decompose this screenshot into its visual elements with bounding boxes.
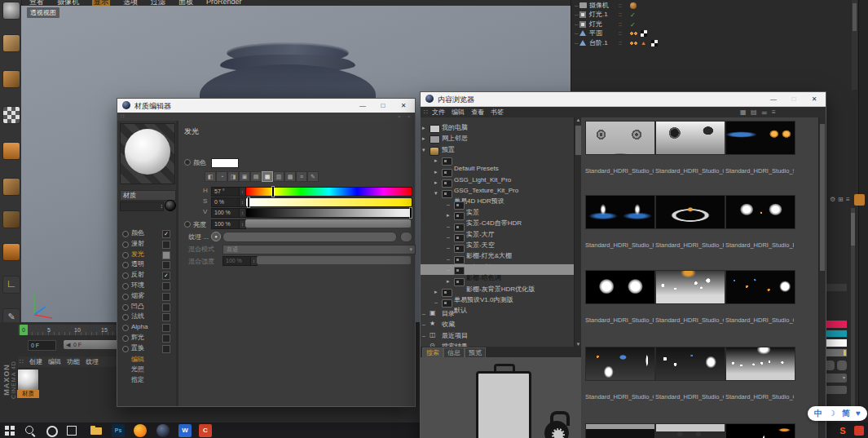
edges-mode-icon[interactable] (2, 210, 20, 228)
swatch-cyan[interactable] (825, 330, 847, 337)
channel-row[interactable]: 烟雾 (117, 291, 176, 301)
chevron-right-icon[interactable]: ▸ (447, 210, 450, 220)
dash-icon[interactable]: – (447, 232, 450, 242)
mode-row[interactable]: 光照 (117, 365, 176, 374)
phong-tag-icon[interactable] (630, 31, 638, 36)
hdri-thumbnail[interactable] (655, 347, 725, 381)
browser-menu-item[interactable]: 文件 (432, 107, 445, 117)
pin-icon[interactable]: ▫ (399, 113, 400, 121)
object-row[interactable]: –平面:: (571, 29, 857, 38)
texture-expand-button[interactable]: ● (211, 232, 221, 241)
channel-checkbox[interactable]: ✓ (162, 272, 170, 280)
channel-radio[interactable] (122, 283, 129, 290)
dash-icon[interactable]: – (447, 264, 450, 275)
channel-radio[interactable] (122, 335, 129, 342)
grip-icon[interactable]: ∷ (20, 356, 24, 367)
hdri-thumbnail[interactable] (655, 121, 725, 155)
axis-mode-icon[interactable]: ∟ (2, 276, 20, 294)
hdri-thumbnail[interactable] (585, 270, 655, 304)
channel-radio[interactable] (122, 241, 129, 248)
channel-row[interactable]: 法线 (117, 312, 176, 321)
object-row[interactable]: –摄像机:: (571, 1, 857, 10)
channel-row[interactable]: 颜色✓ (117, 228, 176, 238)
tree-item[interactable]: ▸网上邻居 (421, 133, 581, 144)
channel-radio[interactable] (122, 346, 129, 352)
channel-row[interactable]: 环境 (117, 281, 176, 290)
channel-checkbox[interactable] (162, 303, 170, 312)
enabled-check-icon[interactable]: ✓ (630, 20, 636, 29)
thumbnail-scrollbar[interactable] (818, 117, 826, 438)
chevron-right-icon[interactable]: ▸ (447, 276, 450, 286)
channel-checkbox[interactable] (162, 282, 170, 290)
tree-item[interactable]: –▣目录 (421, 308, 581, 319)
brightness-value-field[interactable]: 100 % (211, 219, 241, 229)
channel-radio[interactable] (122, 252, 129, 259)
channel-row[interactable]: 漫射 (117, 239, 176, 249)
grip-icon[interactable]: ∷ (424, 107, 428, 117)
object-row[interactable]: –灯光::✓ (571, 20, 857, 29)
close-button[interactable]: ✕ (808, 94, 821, 104)
viewport-menu-item[interactable]: 过滤 (151, 0, 165, 6)
swatch-white[interactable] (825, 339, 847, 347)
tree-item[interactable]: ▸我的电脑 (421, 122, 581, 133)
tree-item[interactable]: ▸GSG_Light_Kit_Pro (421, 166, 581, 177)
color-mode-icon-4[interactable]: ▤ (250, 171, 262, 182)
file-explorer-taskbar-icon[interactable] (90, 424, 103, 437)
tray-badge-icon[interactable] (854, 426, 864, 436)
viewport-label[interactable]: 透视视图 (27, 7, 59, 18)
chevron-right-icon[interactable]: ▸ (434, 166, 438, 177)
channel-radio[interactable] (122, 231, 129, 237)
hdri-thumbnail[interactable] (725, 121, 795, 155)
preview-size-stepper[interactable]: ↕ (120, 201, 164, 211)
grid-view-icon[interactable]: ▦ (740, 107, 747, 117)
color-mode-icon-3[interactable]: ▣ (239, 171, 250, 182)
content-browser-titlebar[interactable]: 内容浏览器 — □ ✕ (421, 92, 826, 107)
channel-checkbox[interactable] (162, 241, 170, 249)
hdri-thumbnail[interactable] (655, 423, 725, 438)
firefox-taskbar-icon[interactable] (134, 424, 147, 437)
slider-left-arrow-icon[interactable]: ◀ (66, 340, 70, 349)
tree-item[interactable]: –◫最近项目 (421, 330, 581, 341)
color-mode-icon-1[interactable]: ◔ (216, 171, 227, 182)
tree-item[interactable]: ▾预置 (421, 144, 581, 155)
enabled-check-icon[interactable]: ✓ (630, 11, 636, 20)
gradient-cursor[interactable] (248, 197, 249, 207)
attribute-scrollbar[interactable] (851, 208, 855, 408)
channel-checkbox[interactable] (162, 251, 170, 259)
hdri-thumbnail[interactable] (725, 270, 795, 304)
mix-mode-dropdown[interactable]: 普通▾ (223, 245, 416, 254)
material-preview-area[interactable] (120, 123, 175, 184)
channel-checkbox[interactable] (162, 261, 170, 269)
tree-item[interactable]: –实景 (421, 199, 581, 210)
channel-row[interactable]: 发光 (117, 250, 176, 259)
tree-item[interactable]: ▸影棚-灰背景HDR优化版 (421, 276, 581, 286)
hdri-thumbnail[interactable] (585, 347, 655, 381)
material-manager-menu-item[interactable]: 创建 (29, 356, 42, 367)
channel-row[interactable]: Alpha (117, 322, 176, 332)
dash-icon[interactable]: – (422, 330, 425, 341)
tree-item[interactable]: ▸GSG_Texture_Kit_Pro (421, 177, 581, 188)
cortana-taskbar-icon[interactable] (45, 424, 58, 437)
viewport-menu-item[interactable]: 查看 (29, 0, 44, 6)
c4d-c-taskbar-icon[interactable]: C (199, 424, 212, 437)
hsv-value-field[interactable]: 100 % (211, 208, 241, 218)
channel-radio[interactable] (122, 262, 129, 268)
mix-strength-value-field[interactable]: 100 % (223, 256, 251, 266)
visibility-dots-icon[interactable]: :: (619, 38, 622, 47)
material-thumbnail[interactable] (17, 369, 39, 391)
channel-row[interactable]: 置换 (117, 343, 176, 353)
material-name-field[interactable]: 材质 (120, 190, 176, 201)
tree-item[interactable]: ▸单易预设V1.0内测版 (421, 286, 581, 297)
browser-menu-item[interactable]: 书签 (491, 107, 504, 117)
channel-row[interactable]: 凹凸 (117, 302, 176, 312)
chevron-right-icon[interactable]: ▸ (434, 177, 438, 188)
swatch-dark[interactable] (825, 284, 847, 291)
options-icon[interactable]: ≡ (772, 107, 776, 117)
hsv-gradient-bar[interactable] (245, 208, 412, 218)
model-mode-icon[interactable] (2, 70, 20, 88)
list-icon[interactable]: ≡ (846, 196, 850, 203)
hsv-gradient-bar[interactable] (245, 197, 412, 207)
viewport-menu-item[interactable]: ProRender (206, 0, 242, 6)
material-editor-titlebar[interactable]: 材质编辑器 — □ ✕ (117, 99, 415, 113)
tree-item[interactable]: –影棚-暖色调 (421, 254, 581, 264)
